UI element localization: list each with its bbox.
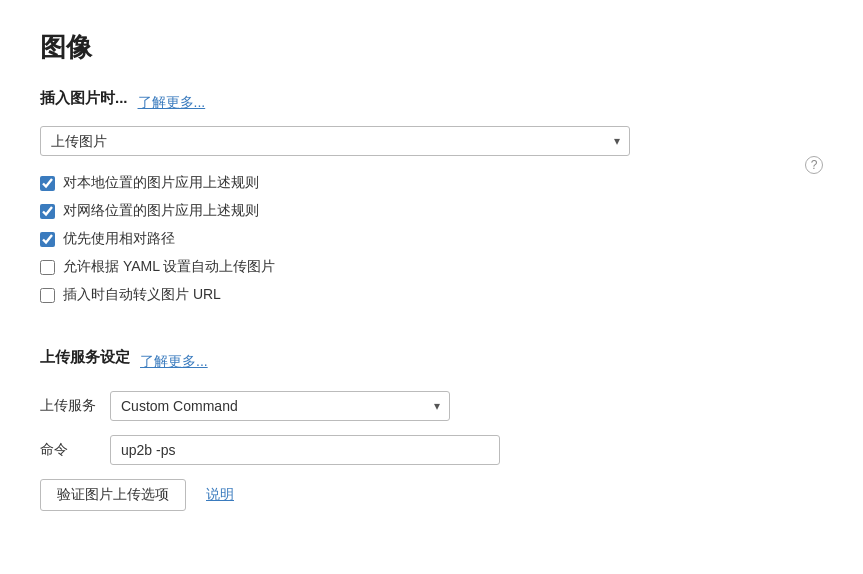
upload-section-label: 上传服务设定 <box>40 348 130 367</box>
footer-row: 验证图片上传选项 说明 <box>40 479 823 511</box>
checkbox-relative-path-label: 优先使用相对路径 <box>63 230 175 248</box>
checkbox-network-label: 对网络位置的图片应用上述规则 <box>63 202 259 220</box>
checkbox-yaml-auto[interactable] <box>40 260 55 275</box>
insert-learn-more-link[interactable]: 了解更多... <box>138 94 206 112</box>
help-icon[interactable]: ? <box>805 156 823 174</box>
insert-method-select[interactable]: 上传图片 复制到本地 不处理 <box>40 126 630 156</box>
checkbox-row-3: 优先使用相对路径 <box>40 230 805 248</box>
checkboxes-section: 对本地位置的图片应用上述规则 对网络位置的图片应用上述规则 优先使用相对路径 允… <box>40 174 805 314</box>
verify-button[interactable]: 验证图片上传选项 <box>40 479 186 511</box>
insert-method-select-wrapper: 上传图片 复制到本地 不处理 ▾ <box>40 126 630 156</box>
checkbox-local[interactable] <box>40 176 55 191</box>
checkbox-escape-url-label: 插入时自动转义图片 URL <box>63 286 221 304</box>
explain-link[interactable]: 说明 <box>206 486 234 504</box>
checkbox-row-1: 对本地位置的图片应用上述规则 <box>40 174 805 192</box>
upload-section-header: 上传服务设定 了解更多... <box>40 348 823 375</box>
page-title: 图像 <box>40 30 823 65</box>
service-row: 上传服务 Custom Command SM.MS GitHub Imgur 七… <box>40 391 823 421</box>
upload-learn-more-link[interactable]: 了解更多... <box>140 353 208 371</box>
checkbox-row-2: 对网络位置的图片应用上述规则 <box>40 202 805 220</box>
insert-section-label: 插入图片时... <box>40 89 128 108</box>
command-input[interactable] <box>110 435 500 465</box>
settings-page: 图像 插入图片时... 了解更多... 上传图片 复制到本地 不处理 ▾ 对本地… <box>0 0 863 574</box>
service-label: 上传服务 <box>40 397 110 415</box>
checkbox-row-5: 插入时自动转义图片 URL <box>40 286 805 304</box>
checkbox-network[interactable] <box>40 204 55 219</box>
checkbox-yaml-auto-label: 允许根据 YAML 设置自动上传图片 <box>63 258 275 276</box>
command-row: 命令 <box>40 435 823 465</box>
checkbox-escape-url[interactable] <box>40 288 55 303</box>
checkbox-local-label: 对本地位置的图片应用上述规则 <box>63 174 259 192</box>
command-label: 命令 <box>40 441 110 459</box>
checkbox-row-4: 允许根据 YAML 设置自动上传图片 <box>40 258 805 276</box>
checkbox-relative-path[interactable] <box>40 232 55 247</box>
upload-section: 上传服务设定 了解更多... 上传服务 Custom Command SM.MS… <box>40 348 823 511</box>
service-select[interactable]: Custom Command SM.MS GitHub Imgur 七牛图床 又… <box>110 391 450 421</box>
service-select-wrapper: Custom Command SM.MS GitHub Imgur 七牛图床 又… <box>110 391 450 421</box>
checkboxes-and-help: 对本地位置的图片应用上述规则 对网络位置的图片应用上述规则 优先使用相对路径 允… <box>40 156 823 338</box>
insert-section-header: 插入图片时... 了解更多... <box>40 89 823 116</box>
